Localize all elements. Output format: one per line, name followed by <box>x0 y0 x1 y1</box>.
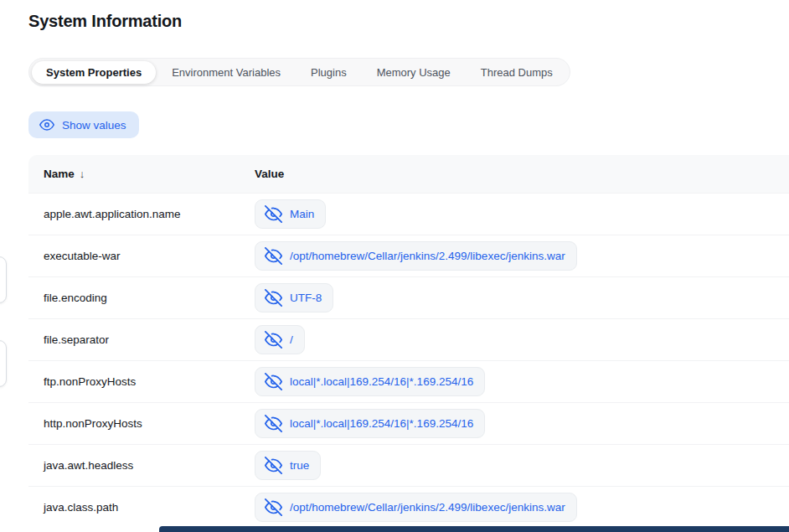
bottom-dark-bar <box>159 526 789 532</box>
hidden-value-button[interactable]: local|*.local|169.254/16|*.169.254/16 <box>255 409 485 438</box>
eye-off-icon <box>265 498 282 516</box>
eye-off-icon <box>265 373 282 390</box>
property-value-cell: local|*.local|169.254/16|*.169.254/16 <box>255 367 789 396</box>
table-row: apple.awt.application.name Main <box>28 193 789 235</box>
property-value: UTF-8 <box>290 292 322 304</box>
property-name: ftp.nonProxyHosts <box>28 375 255 388</box>
table-row: ftp.nonProxyHosts local|*.local|169.254/… <box>28 360 789 402</box>
tab-bar: System Properties Environment Variables … <box>28 58 570 86</box>
eye-off-icon <box>265 205 282 223</box>
property-value: true <box>290 459 309 472</box>
page-title: System Information <box>28 12 789 31</box>
eye-off-icon <box>265 457 282 474</box>
table-row: java.class.path /opt/homebrew/Cellar/jen… <box>28 486 789 528</box>
property-value: /opt/homebrew/Cellar/jenkins/2.499/libex… <box>290 250 565 262</box>
system-properties-table: Name ↓ Value apple.awt.application.name … <box>28 155 789 528</box>
table-row: http.nonProxyHosts local|*.local|169.254… <box>28 402 789 444</box>
property-name: java.awt.headless <box>28 459 255 472</box>
hidden-value-button[interactable]: local|*.local|169.254/16|*.169.254/16 <box>255 367 485 396</box>
property-value: local|*.local|169.254/16|*.169.254/16 <box>290 375 473 388</box>
column-header-name[interactable]: Name ↓ <box>28 168 255 180</box>
hidden-value-button[interactable]: / <box>255 325 305 354</box>
property-name: file.encoding <box>28 292 255 304</box>
table-header: Name ↓ Value <box>28 155 789 193</box>
property-name: executable-war <box>28 250 255 262</box>
left-edge-panel-fragment <box>0 340 7 387</box>
hidden-value-button[interactable]: true <box>255 451 321 480</box>
property-name: java.class.path <box>28 501 255 514</box>
property-value: Main <box>290 208 314 220</box>
eye-off-icon <box>265 247 282 265</box>
property-value-cell: /opt/homebrew/Cellar/jenkins/2.499/libex… <box>255 493 789 522</box>
eye-icon <box>39 117 54 132</box>
property-name: file.separator <box>28 333 255 346</box>
property-value-cell: /opt/homebrew/Cellar/jenkins/2.499/libex… <box>255 241 789 271</box>
property-value: /opt/homebrew/Cellar/jenkins/2.499/libex… <box>290 501 565 514</box>
eye-off-icon <box>265 331 282 349</box>
property-value-cell: / <box>255 325 789 354</box>
column-name-label: Name <box>44 168 75 180</box>
eye-off-icon <box>265 415 282 432</box>
property-value-cell: true <box>255 451 789 480</box>
hidden-value-button[interactable]: UTF-8 <box>255 283 333 312</box>
sort-descending-icon: ↓ <box>80 168 85 180</box>
property-value-cell: local|*.local|169.254/16|*.169.254/16 <box>255 409 789 438</box>
tab-environment-variables[interactable]: Environment Variables <box>157 61 295 84</box>
tab-thread-dumps[interactable]: Thread Dumps <box>467 61 567 84</box>
hidden-value-button[interactable]: Main <box>255 199 326 229</box>
eye-off-icon <box>265 289 282 307</box>
table-body: apple.awt.application.name Main executab… <box>28 193 789 528</box>
table-row: executable-war /opt/homebrew/Cellar/jenk… <box>28 235 789 276</box>
hidden-value-button[interactable]: /opt/homebrew/Cellar/jenkins/2.499/libex… <box>255 241 577 271</box>
show-values-label: Show values <box>62 119 126 132</box>
property-value: / <box>290 333 293 346</box>
tab-system-properties[interactable]: System Properties <box>32 61 156 84</box>
table-row: file.encoding UTF-8 <box>28 276 789 318</box>
left-edge-panel-fragment <box>0 256 7 303</box>
tab-memory-usage[interactable]: Memory Usage <box>363 61 465 84</box>
main-content: System Information System Properties Env… <box>0 12 789 528</box>
property-name: apple.awt.application.name <box>28 208 255 220</box>
column-header-value[interactable]: Value <box>255 168 789 180</box>
show-values-button[interactable]: Show values <box>28 111 139 138</box>
tab-plugins[interactable]: Plugins <box>297 61 361 84</box>
table-row: java.awt.headless true <box>28 444 789 486</box>
property-value-cell: UTF-8 <box>255 283 789 312</box>
property-value-cell: Main <box>255 199 789 229</box>
property-name: http.nonProxyHosts <box>28 417 255 430</box>
hidden-value-button[interactable]: /opt/homebrew/Cellar/jenkins/2.499/libex… <box>255 493 577 522</box>
property-value: local|*.local|169.254/16|*.169.254/16 <box>290 417 473 430</box>
table-row: file.separator / <box>28 318 789 360</box>
